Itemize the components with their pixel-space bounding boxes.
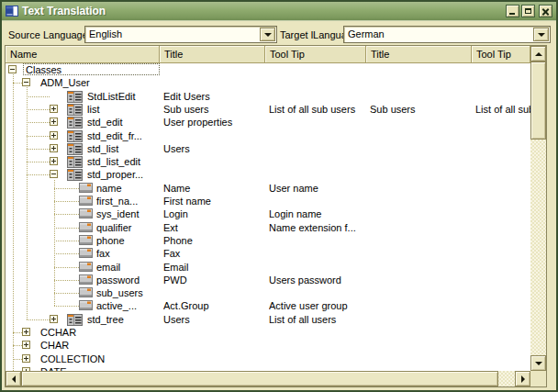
tree-connector — [54, 267, 79, 268]
arrow-left-icon — [12, 375, 16, 383]
expander-minus-icon[interactable] — [8, 65, 17, 73]
expander-minus-icon[interactable] — [50, 170, 58, 178]
tree-name-cell: list — [6, 103, 160, 116]
tree-item-label[interactable]: std_proper... — [87, 168, 143, 181]
column-header[interactable]: Tool Tip — [265, 46, 366, 62]
form-icon — [67, 169, 83, 181]
tree-tooltip-cell: Login name — [269, 207, 370, 220]
tree-item-label[interactable]: Classes — [26, 63, 61, 76]
expander-plus-icon[interactable] — [50, 118, 58, 126]
translation-tree[interactable]: ClassesADM_UserStdListEditEdit Userslist… — [6, 63, 530, 371]
horizontal-scroll-thumb[interactable] — [21, 371, 498, 386]
tree-row: passwordPWDUsers password — [6, 274, 530, 286]
vertical-scrollbar[interactable] — [530, 46, 546, 371]
tree-row: std_listUsers — [6, 142, 530, 155]
expander-plus-icon[interactable] — [50, 144, 58, 152]
tree-title-cell: Name — [163, 182, 269, 195]
arrow-up-icon — [535, 52, 542, 56]
tree-item-label[interactable]: std_edit — [87, 116, 123, 129]
column-header[interactable]: Title — [366, 46, 472, 62]
tree-connector — [54, 214, 79, 215]
close-button[interactable] — [539, 5, 552, 17]
tree-item-label[interactable]: sys_ident — [96, 207, 139, 220]
tree-item-label[interactable]: CHAR — [40, 339, 69, 352]
horizontal-scrollbar[interactable] — [6, 371, 530, 386]
tree-item-label[interactable]: std_list — [87, 142, 118, 155]
tree-item-label[interactable]: name — [96, 182, 122, 195]
tree-row: listSub usersList of all sub usersSub us… — [6, 103, 530, 116]
tree-item-label[interactable]: std_edit_fr... — [87, 129, 142, 142]
form-icon — [67, 130, 83, 142]
tree-connector — [13, 83, 22, 84]
expander-minus-icon[interactable] — [22, 78, 30, 86]
tree-item-label[interactable]: fax — [96, 247, 110, 260]
column-header[interactable]: Tool Tip — [472, 46, 530, 62]
tree-connector — [27, 96, 50, 97]
target-language-combobox[interactable]: German — [343, 26, 551, 43]
arrow-right-icon — [521, 375, 525, 383]
tree-connector — [54, 228, 79, 229]
scroll-down-button[interactable] — [530, 355, 546, 371]
text-translation-window: Text Translation Source Language English… — [0, 0, 558, 392]
field-icon — [79, 183, 93, 195]
column-header[interactable]: Name — [6, 46, 160, 62]
tree-row: emailEmail — [6, 261, 530, 274]
expander-plus-icon[interactable] — [50, 315, 58, 323]
window-title: Text Translation — [22, 5, 106, 17]
expander-plus-icon[interactable] — [50, 105, 58, 113]
expander-plus-icon[interactable] — [22, 354, 30, 363]
tree-item-label[interactable]: qualifier — [96, 221, 132, 234]
tree-title-cell: Email — [163, 261, 269, 274]
vertical-scroll-thumb[interactable] — [530, 62, 546, 140]
tree-item-label[interactable]: COLLECTION — [40, 353, 105, 365]
source-language-combobox[interactable]: English — [84, 26, 277, 43]
tree-name-cell: ADM_User — [6, 76, 160, 89]
tree-item-label[interactable]: password — [96, 274, 140, 286]
column-header[interactable]: Title — [160, 46, 265, 62]
tree-row: sub_users — [6, 286, 530, 299]
tree-item-label[interactable]: first_na... — [96, 195, 138, 207]
tree-item-label[interactable]: ADM_User — [40, 76, 90, 89]
expander-plus-icon[interactable] — [50, 157, 58, 165]
tree-row: phonePhone — [6, 234, 530, 247]
tree-title2-cell: Sub users — [370, 103, 475, 116]
tree-item-label[interactable]: phone — [96, 234, 125, 247]
tree-name-cell: std_list_edit — [6, 155, 160, 168]
field-icon — [79, 262, 93, 274]
expander-plus-icon[interactable] — [50, 131, 58, 140]
tree-row: std_proper... — [6, 168, 530, 181]
chevron-down-icon — [538, 33, 545, 37]
tree-item-label[interactable]: sub_users — [96, 286, 143, 299]
tree-name-cell: std_edit — [6, 116, 160, 129]
tree-title-cell: Users — [163, 142, 269, 155]
tree-row: nameNameUser name — [6, 182, 530, 195]
expander-plus-icon[interactable] — [22, 341, 30, 349]
arrow-down-icon — [535, 362, 542, 365]
source-language-dropdown-button[interactable] — [260, 28, 275, 41]
tree-connector — [13, 359, 22, 360]
tree-item-label[interactable]: email — [96, 261, 120, 274]
scroll-right-button[interactable] — [515, 371, 530, 386]
tree-name-cell: email — [6, 261, 160, 274]
tree-tooltip-cell: Active user group — [269, 299, 370, 312]
tree-item-label[interactable]: list — [87, 103, 99, 116]
minimize-icon — [509, 13, 515, 15]
tree-item-label[interactable]: active_... — [96, 299, 137, 312]
tree-item-label[interactable]: std_list_edit — [87, 155, 140, 168]
tree-connector — [13, 345, 22, 346]
tree-item-label[interactable]: StdListEdit — [87, 90, 136, 103]
scroll-up-button[interactable] — [530, 46, 546, 62]
tree-title-cell: Sub users — [163, 103, 269, 116]
tree-item-label[interactable]: std_tree — [87, 313, 124, 326]
tree-connector — [13, 332, 22, 333]
scroll-left-button[interactable] — [6, 371, 21, 386]
tree-title-cell: Users — [163, 313, 269, 326]
target-language-dropdown-button[interactable] — [533, 28, 549, 41]
maximize-button[interactable] — [521, 5, 535, 17]
tree-name-cell: Classes — [6, 63, 160, 76]
minimize-button[interactable] — [506, 5, 519, 17]
expander-plus-icon[interactable] — [22, 328, 30, 336]
title-bar[interactable]: Text Translation — [2, 2, 556, 21]
tree-item-label[interactable]: CCHAR — [40, 326, 76, 339]
tree-title-cell: PWD — [163, 274, 269, 286]
